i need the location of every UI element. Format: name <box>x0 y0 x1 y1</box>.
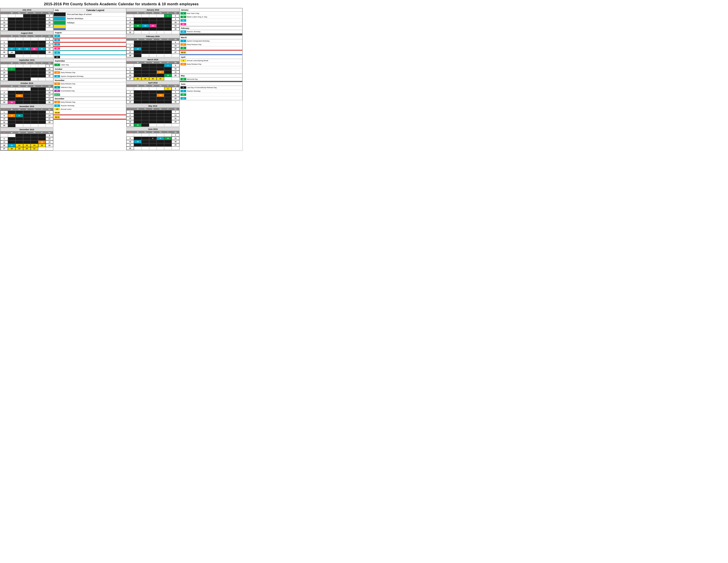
cal-cell <box>15 27 23 31</box>
cal-cell <box>8 14 15 17</box>
dec-18-desc: Early Release Day <box>61 101 75 103</box>
cal-cell <box>23 21 31 24</box>
cal-cell <box>15 24 23 27</box>
dec-badge-22: 22 <box>54 108 60 110</box>
september-events-title: September <box>54 59 126 63</box>
august-2015-title: August 2015 <box>0 32 53 35</box>
day-header-th: Th <box>31 12 38 14</box>
aug-red-line2 <box>54 42 126 43</box>
dec-22-desc: Annual Leave <box>61 108 71 110</box>
mar-badge-17: 17 <box>180 43 186 46</box>
aug-badge-19: 19 <box>54 43 60 45</box>
jan-18-desc: Martin Luther King Jr. Day <box>187 16 207 18</box>
cal-cell <box>31 21 38 24</box>
legend-color-leave <box>54 25 66 28</box>
cal-cell <box>31 24 38 27</box>
day-header-su: Su <box>0 12 8 14</box>
cal-cell <box>8 21 15 24</box>
nov-11-desc: Veteran's Day <box>61 86 72 88</box>
cal-cell: 25 <box>46 24 53 27</box>
feb-15-desc: Teacher Workday <box>187 31 201 33</box>
legend-label-school: First and last days of school <box>66 13 93 16</box>
jan-badge-1: 1 <box>180 12 186 15</box>
august-events-title: August <box>54 31 126 34</box>
cal-cell <box>8 24 15 27</box>
cal-cell <box>38 17 46 21</box>
nov-25-desc: Unscheduled Day <box>61 90 75 92</box>
may-dark-line <box>180 81 242 82</box>
legend-color-blue <box>54 28 66 30</box>
cal-cell: 26 <box>0 27 8 31</box>
apr-badge-1: 1 <box>180 59 186 62</box>
mar-17-desc: Early Release Day <box>187 43 201 45</box>
feb-badge-15: 15 <box>180 30 186 33</box>
jan-badge-19: 19 <box>180 19 186 22</box>
jun-badge-9: 9 <box>180 90 186 92</box>
cal-cell <box>15 17 23 21</box>
cal-cell: 18 <box>46 21 53 24</box>
jun-badge-8: 8 <box>180 86 186 89</box>
cal-cell: 19 <box>0 24 8 27</box>
cal-cell <box>8 17 15 21</box>
may-events-title: May <box>180 74 242 77</box>
sep-7-desc: Labor Day <box>61 64 69 66</box>
oct-13-desc: Early Release Day <box>61 71 75 73</box>
mar-badge-25: 25 <box>180 47 186 49</box>
nov-badge-25: 25 <box>54 90 60 92</box>
cal-cell <box>31 14 38 17</box>
april-2016-title: April 2016 <box>126 81 179 85</box>
legend-color-school <box>54 12 66 16</box>
cal-cell <box>8 27 15 31</box>
aug-teal-line <box>54 50 126 51</box>
october-events-title: October <box>54 68 126 71</box>
sep-badge-7: 7 <box>54 64 60 66</box>
november-events-title: November <box>54 79 126 82</box>
march-events-title: March <box>180 36 242 39</box>
february-2016-title: February 2016 <box>126 35 179 38</box>
june-events-title: June <box>180 83 242 86</box>
mar-badge-4: 4 <box>180 40 186 42</box>
legend-label-workday: Teacher Workdays <box>66 17 84 20</box>
cal-cell <box>31 27 38 31</box>
june-2016-title: June 2016 <box>126 128 179 131</box>
aug-badge-18: 18 <box>54 39 60 41</box>
january-events-title: January <box>180 8 242 12</box>
nov-badge-2627: 26-27 <box>54 93 60 96</box>
jun-badge-10: 10 <box>180 93 186 96</box>
day-header-f: F <box>38 12 46 14</box>
aug-badge-21: 21 <box>54 51 60 54</box>
cal-cell <box>0 14 8 17</box>
feb-dark-line2 <box>180 34 242 35</box>
jun-9-desc: Teacher Workday <box>187 90 201 92</box>
legend-july-label: July <box>54 8 65 12</box>
march-2016-title: March 2016 <box>126 58 179 61</box>
legend-color-workday <box>54 17 66 21</box>
apr-spacer <box>180 67 242 73</box>
nov-10-desc: Early Release Day <box>61 83 75 85</box>
february-events-title: February <box>180 27 242 30</box>
dec-badge-2831: 28-31 <box>54 116 60 118</box>
april-events-title: April <box>180 56 242 59</box>
cal-cell <box>38 27 46 31</box>
aug-badge-24: 24 <box>54 56 60 58</box>
oct-badge-13: 13 <box>54 71 60 74</box>
day-header-tu: Tu <box>15 12 23 14</box>
cal-cell <box>23 14 31 17</box>
dec-badge-18: 18 <box>54 101 60 103</box>
cal-cell: 4 <box>46 14 53 17</box>
mar-4-desc: System Designated Workday <box>187 40 210 42</box>
cal-cell: 5 <box>0 17 8 21</box>
cal-cell <box>38 21 46 24</box>
cal-cell: 12 <box>0 21 8 24</box>
page-title: 2015-2016 Pitt County Schools Academic C… <box>0 0 243 8</box>
jun-badge-13: 13 <box>180 97 186 100</box>
cal-cell <box>23 24 31 27</box>
december-2015-title: December 2015 <box>0 128 53 131</box>
november-2015-title: November 2015 <box>0 105 53 108</box>
july-2015-title: July 2015 <box>0 8 53 12</box>
jun-8-desc: Last Day of School/Early Release Day <box>187 86 217 88</box>
apr-badge-14: 14 <box>180 63 186 65</box>
nov-badge-11: 11 <box>54 86 60 88</box>
may-badge-30: 30 <box>180 78 186 80</box>
apr-14-desc: Early Release Day <box>187 63 201 65</box>
